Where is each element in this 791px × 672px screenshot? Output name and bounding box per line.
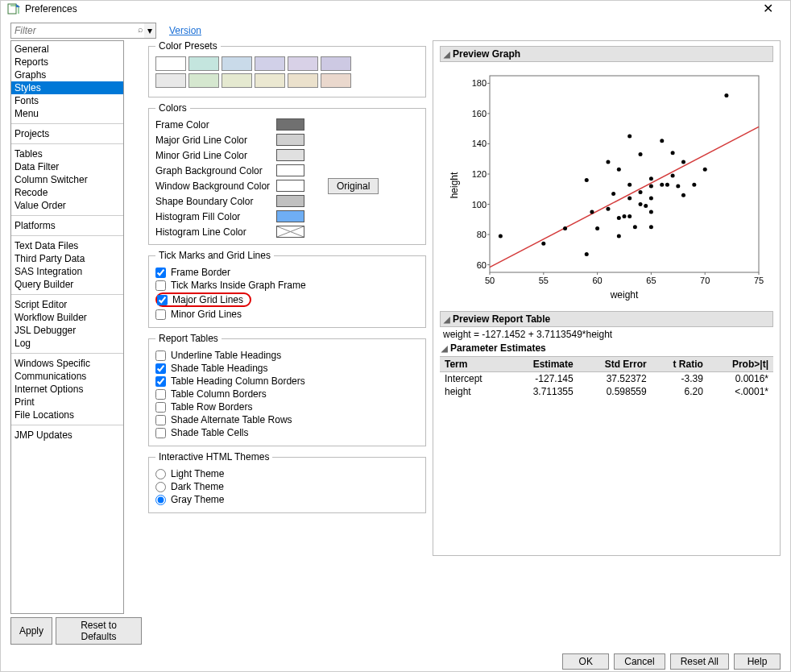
sidebar-item-platforms[interactable]: Platforms [11,219,123,232]
help-button[interactable]: Help [734,653,781,670]
svg-point-57 [649,225,653,229]
sidebar-item-log[interactable]: Log [11,337,123,350]
search-icon[interactable]: ⌕ [138,24,143,34]
reset-defaults-button[interactable]: Reset to Defaults [56,617,142,645]
scatter-chart: 6080100120140160180505560657075weight [461,68,767,301]
preset-swatch[interactable] [188,56,219,71]
preset-swatch[interactable] [255,73,285,88]
colors-legend: Colors [155,102,190,114]
ticks-legend: Tick Marks and Grid Lines [155,250,274,261]
checkbox[interactable] [157,295,168,305]
sidebar-item-file-locations[interactable]: File Locations [11,409,123,421]
preset-swatch[interactable] [155,73,186,88]
preset-swatch[interactable] [222,73,252,88]
color-label: Frame Color [155,119,276,131]
svg-point-53 [639,152,643,156]
sidebar-item-jsl-debugger[interactable]: JSL Debugger [11,324,123,337]
svg-point-38 [595,226,599,230]
svg-point-45 [617,234,621,238]
sidebar-item-column-switcher[interactable]: Column Switcher [11,173,123,186]
color-swatch[interactable] [276,195,304,207]
checkbox[interactable] [155,376,166,387]
preview-graph-header[interactable]: ◢ Preview Graph [440,46,773,62]
sidebar-item-tables[interactable]: Tables [11,147,123,160]
sidebar-item-workflow-builder[interactable]: Workflow Builder [11,311,123,324]
sidebar-item-fonts[interactable]: Fonts [11,94,123,107]
color-swatch[interactable] [276,118,304,131]
theme-radio[interactable] [155,495,166,505]
original-button[interactable]: Original [328,178,379,194]
color-swatch[interactable] [276,210,304,222]
sidebar-item-projects[interactable]: Projects [11,127,123,140]
close-button[interactable]: ✕ [752,1,784,16]
checkbox[interactable] [155,268,166,278]
sidebar-item-sas-integration[interactable]: SAS Integration [11,265,123,278]
color-swatch[interactable] [276,226,304,238]
checkbox[interactable] [155,351,166,361]
filter-input[interactable] [10,23,156,39]
svg-point-40 [606,207,610,211]
param-estimates-title: Parameter Estimates [450,342,546,354]
theme-radio[interactable] [155,469,166,479]
checkbox[interactable] [155,280,166,291]
color-swatch[interactable] [276,149,304,161]
cancel-button[interactable]: Cancel [614,653,665,670]
sidebar-item-general[interactable]: General [11,43,123,56]
sidebar-item-styles[interactable]: Styles [11,81,123,94]
theme-label: Light Theme [171,468,225,479]
color-swatch[interactable] [276,164,304,176]
checkbox[interactable] [155,415,166,425]
svg-point-44 [617,168,621,172]
color-swatch[interactable] [276,180,304,192]
ok-button[interactable]: OK [562,653,609,670]
sidebar-item-internet-options[interactable]: Internet Options [11,383,123,396]
report-tables-legend: Report Tables [155,333,222,344]
sidebar-item-query-builder[interactable]: Query Builder [11,278,123,291]
category-sidebar[interactable]: GeneralReportsGraphsStylesFontsMenuProje… [10,40,124,614]
sidebar-item-recode[interactable]: Recode [11,186,123,199]
reset-all-button[interactable]: Reset All [670,653,729,670]
checkbox-label: Major Grid Lines [172,294,243,305]
checkbox[interactable] [155,363,166,374]
param-estimates-header[interactable]: ◢ Parameter Estimates [440,342,773,355]
sidebar-item-print[interactable]: Print [11,396,123,409]
sidebar-item-data-filter[interactable]: Data Filter [11,160,123,173]
checkbox[interactable] [155,389,166,400]
sidebar-item-value-order[interactable]: Value Order [11,199,123,212]
version-link[interactable]: Version [169,25,201,36]
preset-swatch[interactable] [255,56,285,71]
color-presets-legend: Color Presets [155,40,221,52]
sidebar-item-communications[interactable]: Communications [11,370,123,383]
svg-point-39 [606,160,610,164]
preset-swatch[interactable] [321,56,351,71]
preset-swatch[interactable] [288,56,318,71]
sidebar-item-text-data-files[interactable]: Text Data Files [11,239,123,252]
preset-swatch[interactable] [188,73,219,88]
svg-point-37 [590,209,594,214]
sidebar-item-third-party-data[interactable]: Third Party Data [11,252,123,265]
svg-point-62 [665,183,669,187]
sidebar-item-menu[interactable]: Menu [11,107,123,120]
checkbox[interactable] [155,428,166,438]
preset-swatch[interactable] [321,73,351,88]
checkbox-label: Table Heading Column Borders [171,375,305,387]
sidebar-item-windows-specific[interactable]: Windows Specific [11,357,123,370]
sidebar-item-reports[interactable]: Reports [11,56,123,68]
filter-dropdown[interactable]: ▾ [144,23,156,39]
color-label: Histogram Fill Color [155,211,276,222]
preset-swatch[interactable] [155,56,186,71]
sidebar-item-jmp-updates[interactable]: JMP Updates [11,429,123,442]
checkbox-label: Underline Table Headings [171,350,281,361]
sidebar-item-script-editor[interactable]: Script Editor [11,298,123,311]
apply-button[interactable]: Apply [10,617,52,645]
theme-radio[interactable] [155,482,166,492]
checkbox[interactable] [155,402,166,413]
top-row: ⌕ ▾ Version [10,23,781,39]
preview-report-header[interactable]: ◢ Preview Report Table [440,311,773,327]
color-swatch[interactable] [276,134,304,146]
sidebar-item-graphs[interactable]: Graphs [11,68,123,81]
mid-row: GeneralReportsGraphsStylesFontsMenuProje… [10,40,781,645]
preset-swatch[interactable] [288,73,318,88]
checkbox[interactable] [155,309,166,320]
preset-swatch[interactable] [222,56,252,71]
